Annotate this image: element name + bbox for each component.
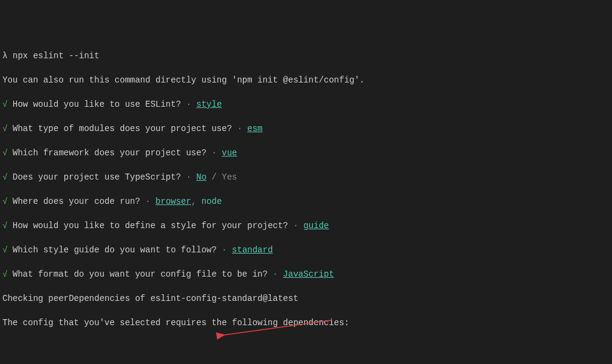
question-line: √ What type of modules does your project… <box>2 123 610 135</box>
question-line: √ Which style guide do you want to follo… <box>2 244 610 256</box>
info-line: You can also run this command directly u… <box>2 74 610 86</box>
svg-line-1 <box>225 320 331 335</box>
question-line: √ Does your project use TypeScript? · No… <box>2 171 610 183</box>
question-line: √ How would you like to use ESLint? · st… <box>2 98 610 110</box>
question-line: √ Where does your code run? · browser, n… <box>2 195 610 207</box>
question-line: √ How would you like to define a style f… <box>2 220 610 232</box>
annotation-arrow-icon <box>216 315 337 340</box>
output-line: Checking peerDependencies of eslint-conf… <box>2 292 610 305</box>
prompt-line: λ npx eslint --init <box>2 50 610 62</box>
question-line: √ Which framework does your project use?… <box>2 147 610 159</box>
question-line: √ What format do you want your config fi… <box>2 268 610 280</box>
blank-line <box>2 341 610 353</box>
